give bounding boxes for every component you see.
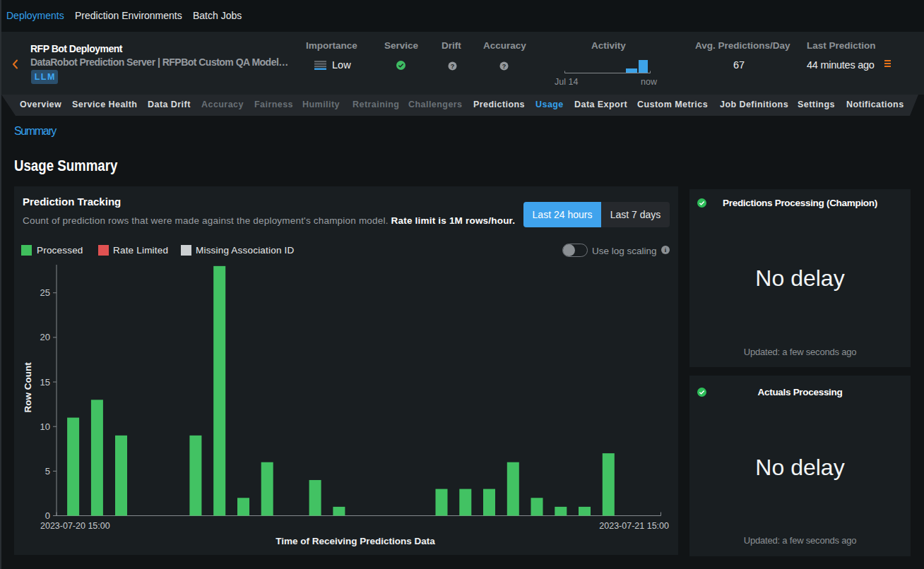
svg-text:2023-07-20 15:00: 2023-07-20 15:00 [40, 521, 110, 531]
svg-text:Time of Receiving Predictions: Time of Receiving Predictions Data [276, 536, 435, 546]
svg-text:25: 25 [40, 287, 50, 298]
svg-text:?: ? [451, 63, 455, 70]
svg-text:?: ? [502, 63, 507, 70]
svg-text:0: 0 [45, 510, 50, 521]
svg-text:20: 20 [40, 332, 50, 342]
svg-text:15: 15 [40, 377, 50, 388]
svg-text:Row Count: Row Count [23, 362, 33, 413]
svg-text:5: 5 [45, 466, 50, 477]
svg-text:10: 10 [40, 421, 50, 432]
svg-text:2023-07-21 15:00: 2023-07-21 15:00 [599, 521, 669, 531]
